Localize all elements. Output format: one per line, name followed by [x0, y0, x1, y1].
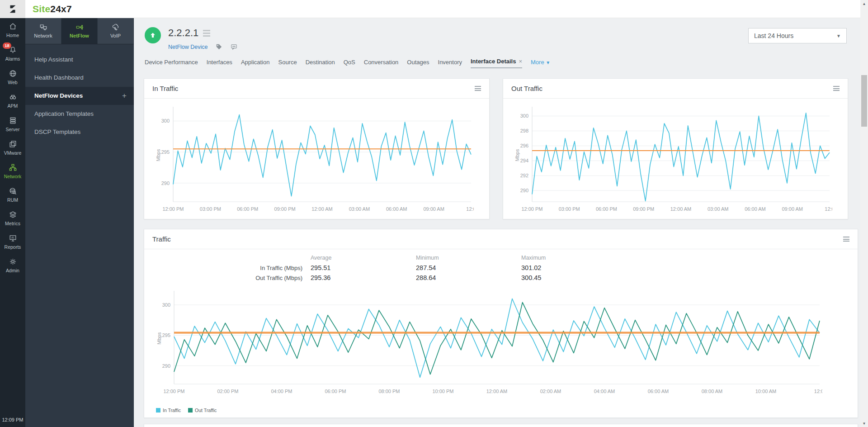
panel-menu-icon[interactable]: [843, 237, 849, 242]
main-content: 2.2.2.1 NetFlow Device Last 24 Hours ▼ D…: [134, 18, 860, 427]
traffic-header: Traffic: [144, 229, 858, 249]
add-device-button[interactable]: +: [122, 87, 127, 105]
rail-item-metrics[interactable]: Metrics: [0, 206, 25, 230]
tab-destination[interactable]: Destination: [306, 59, 335, 68]
site24x7-s-logo[interactable]: [0, 0, 25, 18]
sidebar-tab-label: VoIP: [110, 33, 121, 38]
tab-inventory[interactable]: Inventory: [438, 59, 462, 68]
sidebar-tab-network[interactable]: Network: [25, 18, 61, 44]
svg-text:Mbps: Mbps: [156, 332, 162, 344]
top-bar: Site24x7: [0, 0, 868, 18]
svg-text:290: 290: [520, 188, 528, 193]
svg-text:295: 295: [162, 332, 170, 338]
device-name-text: 2.2.2.1: [168, 27, 198, 39]
tab-interface-details[interactable]: Interface Details ×: [471, 58, 522, 68]
rail-item-web[interactable]: Web: [0, 65, 25, 89]
sidebar-item-label: Application Templates: [34, 110, 94, 117]
svg-text:06:00 AM: 06:00 AM: [648, 389, 669, 394]
more-tabs-button[interactable]: More ▼: [531, 59, 550, 68]
scroll-up-arrow-icon[interactable]: ▲: [860, 0, 868, 7]
col-minimum: Minimum: [416, 255, 521, 261]
scrollbar-thumb[interactable]: [861, 75, 867, 127]
rail-item-admin[interactable]: Admin: [0, 253, 25, 277]
tab-conversation[interactable]: Conversation: [364, 59, 399, 68]
sidebar-item-dscp-templates[interactable]: DSCP Templates: [25, 123, 134, 141]
tab-qos[interactable]: QoS: [344, 59, 355, 68]
svg-text:12:00 AM: 12:00 AM: [486, 389, 507, 394]
sidebar-tab-label: NetFlow: [70, 33, 89, 38]
svg-text:06:00 AM: 06:00 AM: [745, 206, 765, 212]
rum-globe-icon: [9, 187, 17, 195]
tab-outages[interactable]: Outages: [407, 59, 429, 68]
device-subheader: NetFlow Device: [168, 43, 238, 51]
traffic-stats-table: Average Minimum Maximum In Traffic (Mbps…: [144, 253, 858, 283]
sidebar-tab-voip[interactable]: VoIP: [98, 18, 134, 44]
legend-in-traffic[interactable]: In Traffic: [156, 408, 181, 413]
out-traffic-header: Out Traffic: [503, 79, 848, 99]
tab-device-performance[interactable]: Device Performance: [145, 59, 198, 68]
out-traffic-panel: Out Traffic 290292294296298300Mbps12:00 …: [503, 78, 848, 219]
sidebar-item-application-templates[interactable]: Application Templates: [25, 105, 134, 123]
svg-text:03:00 AM: 03:00 AM: [708, 206, 728, 212]
svg-text:290: 290: [161, 180, 170, 186]
device-menu-icon[interactable]: [203, 30, 210, 37]
tab-source[interactable]: Source: [278, 59, 297, 68]
stats-row-out-traffic: Out Traffic (Mbps) 295.36 288.64 300.45: [144, 273, 858, 283]
rail-item-server[interactable]: Server: [0, 112, 25, 136]
device-type-link[interactable]: NetFlow Device: [168, 44, 208, 50]
panel-menu-icon[interactable]: [833, 86, 840, 91]
binoculars-icon: [9, 93, 17, 101]
svg-text:10:00 AM: 10:00 AM: [755, 389, 776, 394]
rail-item-alarms[interactable]: 18 Alarms: [0, 42, 25, 65]
col-maximum: Maximum: [521, 255, 627, 261]
rail-label: Web: [8, 80, 17, 85]
rail-item-reports[interactable]: Reports: [0, 230, 25, 253]
tab-application[interactable]: Application: [241, 59, 270, 68]
svg-text:296: 296: [520, 143, 528, 148]
svg-text:09:00 PM: 09:00 PM: [274, 206, 296, 212]
time-range-select[interactable]: Last 24 Hours ▼: [748, 28, 847, 43]
sidebar-tabs: Network NetFlow VoIP: [25, 18, 134, 44]
traffic-chart: 290295300Mbps12:00 PM02:00 PM04:00 PM06:…: [153, 287, 822, 397]
panel-menu-icon[interactable]: [475, 86, 481, 91]
svg-text:02:00 PM: 02:00 PM: [217, 389, 238, 394]
stats-row-in-traffic: In Traffic (Mbps) 295.51 287.54 301.02: [144, 263, 858, 273]
rail-item-rum[interactable]: RUM: [0, 183, 25, 206]
svg-text:04:00 PM: 04:00 PM: [271, 389, 292, 394]
out-minimum-value: 288.64: [416, 274, 521, 281]
current-time: 12:09 PM: [0, 417, 25, 422]
rail-item-home[interactable]: Home: [0, 18, 25, 42]
report-tab-bar: Device Performance Interfaces Applicatio…: [145, 58, 847, 68]
svg-text:300: 300: [162, 302, 170, 308]
rail-item-network[interactable]: Network: [0, 159, 25, 183]
col-average: Average: [311, 255, 416, 261]
sidebar-item-netflow-devices[interactable]: NetFlow Devices +: [25, 87, 134, 105]
svg-text:03:00 AM: 03:00 AM: [349, 206, 370, 212]
rail-item-vmware[interactable]: VMware: [0, 136, 25, 159]
comment-icon[interactable]: [230, 43, 238, 51]
in-average-value: 295.51: [311, 264, 416, 271]
sidebar-item-label: NetFlow Devices: [34, 92, 83, 99]
svg-text:12:0.: 12:0.: [814, 389, 822, 394]
rail-item-apm[interactable]: APM: [0, 89, 25, 112]
scroll-down-arrow-icon[interactable]: ▼: [860, 420, 868, 427]
legend-out-traffic[interactable]: Out Traffic: [188, 408, 217, 413]
svg-text:12:00 AM: 12:00 AM: [670, 206, 691, 212]
rail-label: VMware: [4, 150, 22, 156]
brand-24x7: 24x7: [50, 4, 72, 14]
sidebar-tab-netflow[interactable]: NetFlow: [61, 18, 98, 44]
sidebar-item-health-dashboard[interactable]: Health Dashboard: [25, 69, 134, 87]
close-tab-icon[interactable]: ×: [519, 58, 522, 65]
svg-text:12:00 PM: 12:00 PM: [163, 389, 184, 394]
next-panel-partial: [144, 424, 858, 427]
sidebar-item-label: Health Dashboard: [34, 74, 84, 81]
sidebar-item-help-assistant[interactable]: Help Assistant: [25, 51, 134, 69]
vertical-scrollbar[interactable]: ▲ ▼: [860, 0, 868, 427]
sidebar-item-label: DSCP Templates: [34, 128, 80, 135]
tag-icon[interactable]: [215, 43, 223, 51]
svg-text:292: 292: [520, 173, 528, 178]
home-icon: [9, 22, 17, 31]
tab-interfaces[interactable]: Interfaces: [207, 59, 232, 68]
stats-header-row: Average Minimum Maximum: [144, 253, 858, 263]
svg-text:10:00 PM: 10:00 PM: [432, 389, 453, 394]
